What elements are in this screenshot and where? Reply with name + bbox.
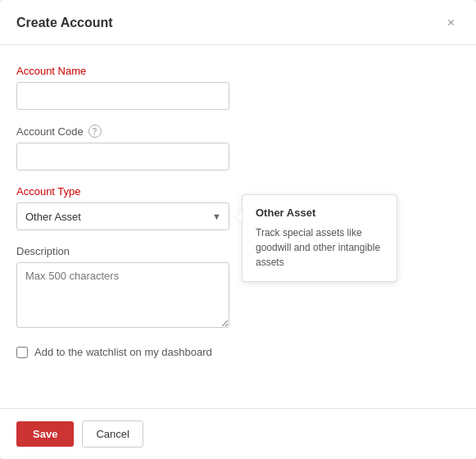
tooltip-container: Other Asset Track special assets like go… bbox=[242, 194, 397, 282]
account-code-input[interactable] bbox=[16, 143, 229, 170]
close-button[interactable]: × bbox=[442, 15, 460, 31]
watchlist-label: Add to the watchlist on my dashboard bbox=[34, 346, 212, 358]
modal-body: Account Name Account Code ? Account Type… bbox=[0, 45, 476, 408]
account-type-select-wrapper: Other Asset Fixed Asset Current Asset Ba… bbox=[16, 202, 229, 230]
account-name-group: Account Name bbox=[16, 65, 460, 110]
save-button[interactable]: Save bbox=[16, 421, 74, 447]
watchlist-row: Add to the watchlist on my dashboard bbox=[16, 346, 460, 358]
cancel-button[interactable]: Cancel bbox=[82, 420, 143, 448]
account-type-select[interactable]: Other Asset Fixed Asset Current Asset Ba… bbox=[16, 202, 229, 230]
account-name-input[interactable] bbox=[16, 82, 229, 110]
account-code-label-row: Account Code ? bbox=[16, 125, 460, 138]
tooltip-text: Track special assets like goodwill and o… bbox=[256, 225, 383, 270]
create-account-modal: Create Account × Account Name Account Co… bbox=[0, 0, 476, 459]
tooltip-arrow bbox=[235, 211, 242, 224]
tooltip-title: Other Asset bbox=[256, 207, 383, 219]
help-icon[interactable]: ? bbox=[88, 125, 102, 138]
modal-header: Create Account × bbox=[0, 0, 476, 45]
watchlist-checkbox[interactable] bbox=[16, 347, 28, 358]
modal-title: Create Account bbox=[16, 16, 113, 30]
modal-footer: Save Cancel bbox=[0, 408, 476, 459]
tooltip-arrow-inner bbox=[236, 211, 242, 223]
tooltip-box: Other Asset Track special assets like go… bbox=[242, 194, 397, 282]
account-name-label: Account Name bbox=[16, 65, 460, 77]
description-textarea[interactable] bbox=[16, 262, 229, 328]
account-code-label: Account Code bbox=[16, 125, 84, 138]
account-code-group: Account Code ? bbox=[16, 125, 460, 170]
